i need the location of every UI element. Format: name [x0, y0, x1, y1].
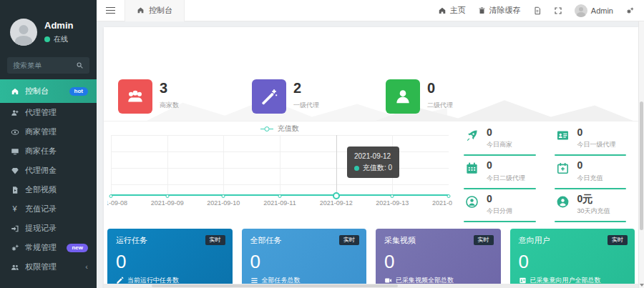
sidebar-item-all-videos[interactable]: 全部视频: [0, 180, 97, 199]
users-icon: [10, 263, 19, 272]
user-circle-icon: [464, 195, 480, 209]
stat-label: 今日充值: [577, 174, 603, 183]
sidebar-item-withdrawal-records[interactable]: 提现记录: [0, 219, 97, 238]
cogs-icon: [625, 6, 635, 15]
x-tick-label: 2021-09-10: [207, 199, 240, 207]
sidebar-item-label: 权限管理: [25, 262, 57, 272]
series-dot-icon: [354, 166, 359, 171]
stat-today-level1-agents: 0 今日一级代理: [555, 123, 627, 156]
hamburger-menu-icon[interactable]: [97, 7, 125, 14]
sidebar-item-label: 代理佣金: [25, 165, 57, 176]
home-button[interactable]: 主页: [438, 5, 466, 16]
home-icon: [438, 6, 447, 15]
chart-data-point[interactable]: [278, 194, 282, 198]
user-menu[interactable]: Admin: [575, 4, 613, 17]
sidebar-item-general-management[interactable]: 常规管理 new: [0, 238, 97, 257]
sidebar-item-recharge-records[interactable]: ¥ 充值记录: [0, 199, 97, 219]
chart-highlight-line: [336, 135, 337, 196]
refresh-page-button[interactable]: [533, 6, 542, 15]
sidebar-item-agent-commission[interactable]: 代理佣金: [0, 161, 97, 180]
realtime-badge: 实时: [608, 235, 628, 245]
stat-today-recharge: 0 今日充值: [555, 156, 627, 189]
sidebar-item-console[interactable]: 控制台 hot: [0, 79, 97, 103]
settings-button[interactable]: [625, 6, 635, 15]
horizontal-scrollbar[interactable]: [104, 284, 638, 288]
bottom-cards-row: 运行任务 实时 0 当前运行中任务数 全部任务 实时 0 全部任务总数 采集视频: [104, 222, 638, 288]
card-intent-users[interactable]: 意向用户 实时 0 已采集意向用户全部总数: [510, 229, 635, 288]
user-icon: [386, 79, 420, 114]
sidebar-item-label: 控制台: [25, 86, 49, 96]
sidebar-item-permission-management[interactable]: 权限管理 ‹: [0, 257, 97, 277]
sidebar-item-label: 商家管理: [25, 126, 57, 137]
card-collected-videos[interactable]: 采集视频 实时 0 已采集视频全部总数: [376, 229, 501, 288]
chart-data-point[interactable]: [391, 194, 394, 198]
recharge-line-chart[interactable]: 充值数 2021-09-08 2021-09-09 2021-09-1: [107, 121, 452, 210]
stat-card-level1-agents: 2 一级代理: [252, 79, 386, 114]
tooltip-value: 充值数: 0: [363, 162, 392, 174]
stat-value: 0元: [577, 194, 610, 204]
x-tick-label: 2021-09-12: [320, 199, 353, 207]
yen-icon: ¥: [10, 205, 19, 213]
x-tick-label: 2021-09-13: [376, 199, 409, 207]
trash-icon: [478, 6, 486, 15]
video-file-icon: [10, 186, 19, 194]
stat-card-merchants: 3 商家数: [118, 79, 252, 114]
stat-label: 二级代理: [427, 101, 453, 110]
home-icon: [10, 87, 19, 96]
calendar-plus-icon: [555, 162, 571, 175]
main-area: 控制台 主页 清除缓存 Admin: [97, 0, 644, 288]
chart-legend[interactable]: 充值数: [260, 124, 299, 134]
clear-cache-button[interactable]: 清除缓存: [478, 5, 521, 16]
search-input[interactable]: [13, 61, 73, 69]
chart-data-point[interactable]: [222, 194, 225, 198]
page-icon: [533, 6, 542, 15]
card-value: 0: [384, 252, 492, 271]
sidebar-item-agent-management[interactable]: 代理管理: [0, 103, 97, 122]
top-stats-row: 3 商家数 2 一级代理 0 二级代理: [104, 27, 638, 121]
topbar: 控制台 主页 清除缓存 Admin: [97, 0, 644, 21]
tab-label: 控制台: [149, 5, 172, 16]
stat-value: 0: [577, 127, 616, 138]
fullscreen-button[interactable]: [554, 6, 562, 15]
stat-label: 今日商家: [487, 140, 512, 149]
line-legend-marker-icon: [260, 129, 273, 129]
clear-cache-label: 清除缓存: [489, 5, 521, 16]
stat-label: 商家数: [160, 101, 179, 110]
card-running-tasks[interactable]: 运行任务 实时 0 当前运行中任务数: [107, 229, 233, 288]
middle-row: 充值数 2021-09-08 2021-09-09 2021-09-1: [104, 121, 638, 222]
sidebar-item-merchant-tasks[interactable]: 商家任务: [0, 141, 97, 161]
new-badge: new: [67, 244, 88, 252]
realtime-badge: 实时: [339, 235, 359, 245]
stat-today-level2-agents: 0 今日二级代理: [464, 156, 536, 189]
search-icon[interactable]: [76, 61, 84, 69]
user-menu-label: Admin: [591, 6, 613, 15]
user-status-label: 在线: [54, 34, 68, 44]
chart-data-point-active[interactable]: [333, 192, 340, 199]
stat-value: 2: [293, 81, 319, 95]
x-tick-label: 2021-09-14: [432, 199, 452, 207]
scroll-down-arrow-icon[interactable]: [640, 284, 644, 287]
chevron-left-icon[interactable]: ‹: [85, 263, 88, 271]
vertical-scrollbar[interactable]: [638, 21, 644, 288]
tab-console[interactable]: 控制台: [125, 0, 185, 21]
vertical-scrollbar-thumb[interactable]: [640, 101, 643, 230]
avatar[interactable]: [10, 19, 37, 46]
avatar: [575, 4, 587, 17]
realtime-badge: 实时: [205, 235, 225, 245]
stat-label: 今日一级代理: [577, 140, 616, 149]
sidebar-item-label: 商家任务: [25, 146, 57, 157]
home-label: 主页: [450, 5, 466, 16]
realtime-badge: 实时: [474, 235, 494, 245]
horizontal-scrollbar-thumb[interactable]: [152, 284, 398, 287]
sidebar-search: [7, 57, 89, 74]
card-all-tasks[interactable]: 全部任务 实时 0 全部任务总数: [242, 229, 367, 288]
online-dot-icon: [44, 36, 50, 42]
chart-data-point[interactable]: [165, 194, 169, 198]
eye-icon: [10, 128, 19, 136]
sign-out-icon: [10, 224, 19, 233]
stat-label: 一级代理: [293, 101, 319, 110]
chart-data-point[interactable]: [109, 194, 113, 198]
chart-data-point[interactable]: [447, 194, 451, 198]
stat-value: 0: [487, 127, 512, 138]
sidebar-item-merchant-management[interactable]: 商家管理: [0, 122, 97, 141]
